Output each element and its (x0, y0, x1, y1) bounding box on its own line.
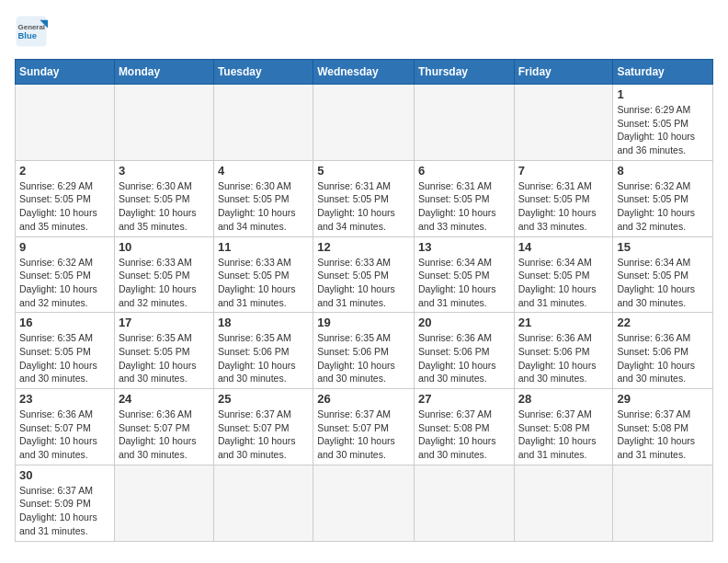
day-info: Sunrise: 6:37 AMSunset: 5:08 PMDaylight:… (518, 408, 609, 462)
calendar-cell (514, 85, 613, 161)
day-number: 1 (617, 87, 709, 101)
day-number: 30 (19, 468, 110, 482)
calendar-cell (213, 85, 313, 161)
calendar-cell: 29Sunrise: 6:37 AMSunset: 5:08 PMDayligh… (613, 389, 713, 465)
day-number: 21 (518, 316, 609, 329)
day-info: Sunrise: 6:29 AMSunset: 5:05 PMDaylight:… (617, 103, 709, 157)
calendar-cell: 27Sunrise: 6:37 AMSunset: 5:08 PMDayligh… (414, 389, 514, 465)
day-number: 22 (617, 316, 709, 329)
day-number: 16 (19, 316, 110, 329)
calendar-cell: 5Sunrise: 6:31 AMSunset: 5:05 PMDaylight… (313, 160, 415, 236)
day-info: Sunrise: 6:30 AMSunset: 5:05 PMDaylight:… (218, 179, 309, 234)
day-number: 19 (317, 316, 410, 329)
calendar-cell: 6Sunrise: 6:31 AMSunset: 5:05 PMDaylight… (414, 160, 514, 236)
day-info: Sunrise: 6:35 AMSunset: 5:06 PMDaylight:… (218, 331, 309, 385)
day-number: 15 (617, 240, 709, 254)
day-info: Sunrise: 6:37 AMSunset: 5:08 PMDaylight:… (617, 408, 709, 462)
calendar-cell: 11Sunrise: 6:33 AMSunset: 5:05 PMDayligh… (213, 236, 313, 313)
svg-text:General: General (18, 23, 45, 31)
calendar-cell (414, 85, 514, 161)
calendar-cell: 18Sunrise: 6:35 AMSunset: 5:06 PMDayligh… (213, 313, 313, 389)
day-info: Sunrise: 6:32 AMSunset: 5:05 PMDaylight:… (19, 256, 110, 310)
calendar-cell: 26Sunrise: 6:37 AMSunset: 5:07 PMDayligh… (313, 389, 415, 465)
generalblue-logo-icon: General Blue (15, 15, 48, 48)
calendar-cell: 17Sunrise: 6:35 AMSunset: 5:05 PMDayligh… (114, 313, 213, 389)
logo: General Blue (15, 15, 48, 48)
day-number: 7 (518, 164, 609, 178)
day-number: 11 (218, 240, 309, 254)
weekday-header-saturday: Saturday (613, 60, 713, 85)
calendar-cell: 14Sunrise: 6:34 AMSunset: 5:05 PMDayligh… (514, 236, 613, 313)
day-number: 8 (617, 164, 709, 178)
calendar-cell: 30Sunrise: 6:37 AMSunset: 5:09 PMDayligh… (16, 465, 115, 541)
calendar-cell: 19Sunrise: 6:35 AMSunset: 5:06 PMDayligh… (313, 313, 415, 389)
calendar-cell (114, 465, 213, 541)
week-row-4: 16Sunrise: 6:35 AMSunset: 5:05 PMDayligh… (16, 313, 713, 389)
calendar-cell: 10Sunrise: 6:33 AMSunset: 5:05 PMDayligh… (114, 236, 213, 313)
calendar-cell: 21Sunrise: 6:36 AMSunset: 5:06 PMDayligh… (514, 313, 613, 389)
calendar-cell (313, 465, 415, 541)
calendar-cell: 22Sunrise: 6:36 AMSunset: 5:06 PMDayligh… (613, 313, 713, 389)
day-number: 17 (119, 316, 210, 329)
weekday-header-thursday: Thursday (414, 60, 514, 85)
day-number: 14 (518, 240, 609, 254)
week-row-3: 9Sunrise: 6:32 AMSunset: 5:05 PMDaylight… (16, 236, 713, 313)
calendar-cell: 8Sunrise: 6:32 AMSunset: 5:05 PMDaylight… (613, 160, 713, 236)
day-info: Sunrise: 6:37 AMSunset: 5:07 PMDaylight:… (218, 408, 309, 462)
calendar-table: SundayMondayTuesdayWednesdayThursdayFrid… (15, 59, 713, 542)
week-row-6: 30Sunrise: 6:37 AMSunset: 5:09 PMDayligh… (16, 465, 713, 541)
day-number: 3 (119, 164, 210, 178)
calendar-cell: 4Sunrise: 6:30 AMSunset: 5:05 PMDaylight… (213, 160, 313, 236)
day-number: 24 (119, 392, 210, 406)
day-number: 12 (317, 240, 410, 254)
calendar-cell: 3Sunrise: 6:30 AMSunset: 5:05 PMDaylight… (114, 160, 213, 236)
day-number: 18 (218, 316, 309, 329)
day-info: Sunrise: 6:33 AMSunset: 5:05 PMDaylight:… (119, 256, 210, 310)
calendar-cell: 15Sunrise: 6:34 AMSunset: 5:05 PMDayligh… (613, 236, 713, 313)
day-number: 28 (518, 392, 609, 406)
day-number: 27 (418, 392, 510, 406)
day-number: 25 (218, 392, 309, 406)
calendar-cell: 24Sunrise: 6:36 AMSunset: 5:07 PMDayligh… (114, 389, 213, 465)
header: General Blue (15, 15, 713, 48)
day-info: Sunrise: 6:36 AMSunset: 5:06 PMDaylight:… (518, 331, 609, 385)
day-number: 20 (418, 316, 510, 329)
weekday-header-tuesday: Tuesday (213, 60, 313, 85)
day-number: 9 (19, 240, 110, 254)
day-number: 6 (418, 164, 510, 178)
weekday-header-wednesday: Wednesday (313, 60, 415, 85)
day-number: 5 (317, 164, 410, 178)
calendar-cell: 7Sunrise: 6:31 AMSunset: 5:05 PMDaylight… (514, 160, 613, 236)
day-info: Sunrise: 6:37 AMSunset: 5:09 PMDaylight:… (19, 484, 110, 538)
calendar-cell: 20Sunrise: 6:36 AMSunset: 5:06 PMDayligh… (414, 313, 514, 389)
day-info: Sunrise: 6:31 AMSunset: 5:05 PMDaylight:… (518, 179, 609, 234)
day-number: 4 (218, 164, 309, 178)
day-info: Sunrise: 6:36 AMSunset: 5:07 PMDaylight:… (119, 408, 210, 462)
day-info: Sunrise: 6:29 AMSunset: 5:05 PMDaylight:… (19, 179, 110, 234)
day-number: 10 (119, 240, 210, 254)
day-number: 13 (418, 240, 510, 254)
day-number: 2 (19, 164, 110, 178)
day-info: Sunrise: 6:36 AMSunset: 5:06 PMDaylight:… (617, 331, 709, 385)
week-row-5: 23Sunrise: 6:36 AMSunset: 5:07 PMDayligh… (16, 389, 713, 465)
calendar-cell (16, 85, 115, 161)
calendar-cell: 12Sunrise: 6:33 AMSunset: 5:05 PMDayligh… (313, 236, 415, 313)
calendar-cell: 23Sunrise: 6:36 AMSunset: 5:07 PMDayligh… (16, 389, 115, 465)
day-info: Sunrise: 6:36 AMSunset: 5:06 PMDaylight:… (418, 331, 510, 385)
weekday-header-friday: Friday (514, 60, 613, 85)
weekday-header-row: SundayMondayTuesdayWednesdayThursdayFrid… (16, 60, 713, 85)
calendar-cell (313, 85, 415, 161)
day-info: Sunrise: 6:30 AMSunset: 5:05 PMDaylight:… (119, 179, 210, 234)
weekday-header-sunday: Sunday (16, 60, 115, 85)
day-info: Sunrise: 6:31 AMSunset: 5:05 PMDaylight:… (317, 179, 410, 234)
day-number: 23 (19, 392, 110, 406)
day-info: Sunrise: 6:37 AMSunset: 5:08 PMDaylight:… (418, 408, 510, 462)
day-number: 26 (317, 392, 410, 406)
day-info: Sunrise: 6:33 AMSunset: 5:05 PMDaylight:… (317, 256, 410, 310)
calendar-cell: 1Sunrise: 6:29 AMSunset: 5:05 PMDaylight… (613, 85, 713, 161)
calendar-cell (414, 465, 514, 541)
day-info: Sunrise: 6:35 AMSunset: 5:06 PMDaylight:… (317, 331, 410, 385)
svg-text:Blue: Blue (18, 31, 37, 40)
calendar-cell: 25Sunrise: 6:37 AMSunset: 5:07 PMDayligh… (213, 389, 313, 465)
day-info: Sunrise: 6:35 AMSunset: 5:05 PMDaylight:… (119, 331, 210, 385)
